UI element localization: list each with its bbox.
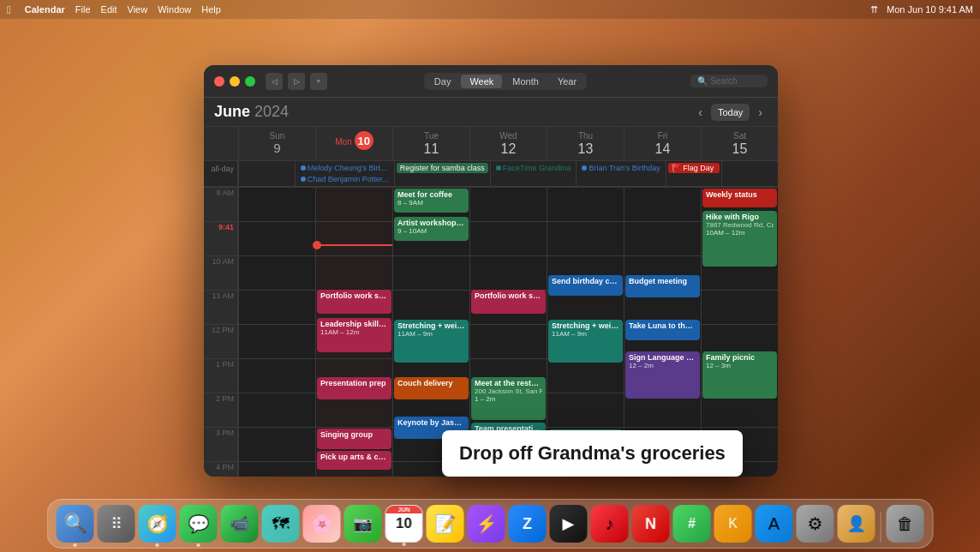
allday-wed: FaceTime Grandma: [490, 161, 577, 186]
event-send-birthday-card[interactable]: Send birthday card to A...: [548, 275, 623, 296]
current-time-indicator: [316, 244, 392, 246]
today-button[interactable]: Today: [711, 104, 750, 121]
event-stretching-tue[interactable]: Stretching + weights 11AM – 9m: [394, 320, 469, 363]
event-artist-workshop[interactable]: Artist workshop kickoff! 9 – 10AM: [394, 217, 469, 241]
event-pick-up-arts[interactable]: Pick up arts & crafts sup...: [317, 451, 391, 470]
dock-contacts[interactable]: 👤: [838, 505, 875, 543]
event-leadership-skills[interactable]: Leadership skills workshop 11AM – 12m: [317, 318, 391, 352]
mon-column: Portfolio work session Leadership skills…: [315, 187, 392, 477]
month-view-button[interactable]: Month: [504, 75, 547, 88]
event-couch-delivery[interactable]: Couch delivery: [394, 377, 469, 399]
allday-event[interactable]: Chad Benjamin Potter...: [297, 174, 392, 184]
time-2pm: 2 PM: [204, 393, 237, 427]
event-stretching-thu[interactable]: Stretching + weights 11AM – 9m: [548, 320, 623, 363]
allday-event[interactable]: 🚩 Flag Day: [668, 163, 720, 173]
menu-view[interactable]: View: [128, 4, 148, 15]
prev-month-button[interactable]: ‹: [693, 104, 708, 121]
allday-event[interactable]: Brian Tran's Birthday: [578, 163, 663, 173]
event-sign-language[interactable]: Sign Language Club 12 – 2m: [625, 351, 700, 399]
search-icon: 🔍: [697, 76, 708, 86]
month-year-title: June 2024: [214, 103, 289, 121]
dock-keynote[interactable]: K: [714, 505, 752, 543]
dock-notes[interactable]: 📝: [427, 505, 464, 543]
event-hike-rigo[interactable]: Hike with Rigo 7867 Redwood Rd, Castr...…: [702, 211, 777, 267]
dock-numbers[interactable]: #: [673, 505, 711, 543]
week-view-button[interactable]: Week: [461, 75, 502, 88]
nav-buttons: ‹ Today ›: [693, 104, 768, 121]
allday-event[interactable]: Melody Cheung's Birt...: [297, 163, 392, 173]
menu-window[interactable]: Window: [158, 4, 191, 15]
event-singing-group[interactable]: Singing group: [317, 429, 391, 449]
event-meet-for-coffee[interactable]: Meet for coffee 8 – 9AM: [394, 189, 469, 213]
mon-header: Mon 10: [315, 127, 392, 160]
time-8am: 8 AM: [204, 187, 237, 221]
event-family-picnic[interactable]: Family picnic 12 – 3m: [702, 351, 777, 399]
dock-shortcuts[interactable]: ⚡: [468, 505, 505, 543]
close-button[interactable]: [214, 76, 224, 87]
allday-thu: Brian Tran's Birthday: [576, 161, 665, 186]
traffic-lights: [214, 76, 255, 87]
dock-music[interactable]: ♪: [591, 505, 629, 543]
fri-header: Fri 14: [624, 127, 701, 160]
add-event-button[interactable]: +: [310, 73, 327, 90]
datetime: Mon Jun 10 9:41 AM: [887, 4, 973, 15]
year-view-button[interactable]: Year: [549, 75, 585, 88]
allday-label: all-day: [204, 161, 238, 186]
year-label: 2024: [254, 103, 289, 120]
dock-facetime[interactable]: 📹: [221, 505, 259, 543]
dock-appstore[interactable]: A: [756, 505, 793, 543]
dock-finder[interactable]: 🔍: [57, 505, 94, 543]
dock-safari[interactable]: 🧭: [139, 505, 176, 543]
search-placeholder: Search: [710, 76, 738, 86]
menu-file[interactable]: File: [75, 4, 91, 15]
allday-event[interactable]: Register for samba class: [397, 163, 488, 173]
event-portfolio-work-mon[interactable]: Portfolio work session: [317, 290, 391, 314]
time-1pm: 1 PM: [204, 358, 237, 393]
event-presentation-prep[interactable]: Presentation prep: [317, 377, 391, 399]
prev-period-icon[interactable]: ◁: [266, 73, 283, 90]
dock-photos[interactable]: 🌸: [303, 505, 341, 543]
next-period-icon[interactable]: ▷: [288, 73, 305, 90]
allday-fri: 🚩 Flag Day: [666, 161, 722, 186]
calendar-window: ◁ ▷ + Day Week Month Year 🔍 Search June …: [204, 65, 778, 477]
menu-edit[interactable]: Edit: [101, 4, 117, 15]
dock-trash[interactable]: 🗑: [887, 505, 924, 543]
event-portfolio-work-wed[interactable]: Portfolio work session: [471, 290, 546, 314]
thu-header: Thu 13: [547, 127, 624, 160]
time-10am: 10 AM: [204, 255, 237, 290]
allday-row: all-day Melody Cheung's Birt... Chad Ben…: [204, 161, 778, 187]
allday-sun: [238, 161, 295, 186]
dock-news[interactable]: N: [632, 505, 670, 543]
event-take-luna[interactable]: Take Luna to the vet: [625, 320, 700, 340]
dock-settings[interactable]: ⚙: [797, 505, 834, 543]
day-view-button[interactable]: Day: [426, 75, 460, 88]
tue-header: Tue 11: [392, 127, 469, 160]
time-11am: 11 AM: [204, 290, 237, 324]
dock-calendar[interactable]: JUN 10: [385, 505, 423, 543]
view-switcher: Day Week Month Year: [424, 73, 587, 90]
dock-maps[interactable]: 🗺: [262, 505, 300, 543]
sun-column: [238, 187, 315, 477]
event-weekly-status[interactable]: Weekly status: [702, 189, 777, 207]
fullscreen-button[interactable]: [245, 76, 255, 87]
minimize-button[interactable]: [230, 76, 240, 87]
title-bar: ◁ ▷ + Day Week Month Year 🔍 Search: [204, 65, 778, 98]
next-month-button[interactable]: ›: [753, 104, 768, 121]
month-label: June: [214, 103, 254, 120]
menubar-left:  Calendar File Edit View Window Help: [7, 3, 221, 16]
search-bar[interactable]: 🔍 Search: [690, 75, 768, 87]
time-column: 8 AM 9:41 10 AM 11 AM 12 PM 1 PM 2 PM 3 …: [204, 187, 238, 477]
event-budget-meeting[interactable]: Budget meeting: [625, 275, 700, 297]
dock-launchpad[interactable]: ​⠿: [98, 505, 135, 543]
dock-appletv[interactable]: ▶: [550, 505, 588, 543]
sat-header: Sat 15: [701, 127, 778, 160]
apple-menu[interactable]: : [7, 3, 11, 16]
dock-messages[interactable]: 💬: [180, 505, 218, 543]
event-meet-at-restaurant[interactable]: Meet at the restaurant 200 Jackson St, S…: [471, 377, 546, 420]
dock-zoom[interactable]: Z: [509, 505, 547, 543]
dock-facetime2[interactable]: 📷: [344, 505, 382, 543]
window-controls: ◁ ▷ +: [266, 73, 327, 90]
menu-help[interactable]: Help: [201, 4, 221, 15]
app-name[interactable]: Calendar: [25, 4, 65, 15]
allday-event[interactable]: FaceTime Grandma: [493, 163, 575, 173]
